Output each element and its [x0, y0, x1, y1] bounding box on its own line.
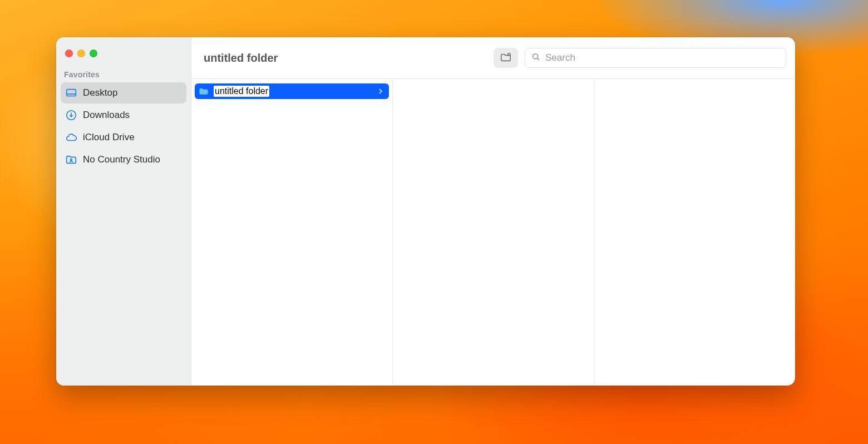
close-window-button[interactable] [65, 50, 73, 57]
sidebar-favorites-list: Desktop Downloads iClo [56, 82, 191, 170]
sidebar-item-no-country-studio[interactable]: No Country Studio [61, 149, 186, 170]
file-save-dialog: Favorites Desktop [56, 37, 795, 386]
zoom-window-button[interactable] [90, 50, 97, 57]
svg-line-6 [537, 58, 539, 60]
column-browser: untitled folder [191, 79, 795, 386]
desktop-icon [65, 87, 77, 99]
sidebar-item-label: No Country Studio [83, 154, 182, 165]
sidebar-item-desktop[interactable]: Desktop [61, 82, 186, 103]
cloud-icon [65, 131, 77, 144]
search-input[interactable] [545, 52, 780, 63]
dialog-main: untitled folder [191, 37, 795, 386]
search-field[interactable] [525, 48, 786, 68]
dialog-toolbar: untitled folder [191, 37, 795, 79]
sidebar-item-label: iCloud Drive [83, 132, 182, 143]
folder-row-untitled-folder[interactable]: untitled folder [195, 83, 389, 99]
sidebar-item-label: Desktop [83, 87, 182, 98]
svg-point-5 [533, 54, 538, 59]
svg-point-3 [71, 159, 72, 161]
location-title: untitled folder [204, 52, 487, 65]
new-folder-icon [500, 51, 512, 65]
folder-icon [198, 86, 209, 97]
chevron-right-icon [377, 87, 384, 95]
window-controls [56, 50, 191, 70]
sidebar-section-title: Favorites [56, 70, 191, 82]
minimize-window-button[interactable] [77, 50, 85, 57]
user-folder-icon [65, 154, 77, 166]
browser-column-0[interactable]: untitled folder [191, 79, 393, 386]
browser-column-1[interactable] [393, 79, 594, 386]
svg-rect-0 [67, 90, 76, 96]
sidebar-item-label: Downloads [83, 110, 182, 121]
sidebar-item-downloads[interactable]: Downloads [61, 105, 186, 126]
folder-name-editbox[interactable]: untitled folder [214, 86, 269, 97]
browser-column-2[interactable] [594, 79, 795, 386]
sidebar: Favorites Desktop [56, 37, 191, 386]
search-icon [531, 52, 541, 64]
new-folder-button[interactable] [494, 48, 518, 68]
sidebar-item-icloud-drive[interactable]: iCloud Drive [61, 127, 186, 148]
download-circle-icon [65, 109, 77, 121]
